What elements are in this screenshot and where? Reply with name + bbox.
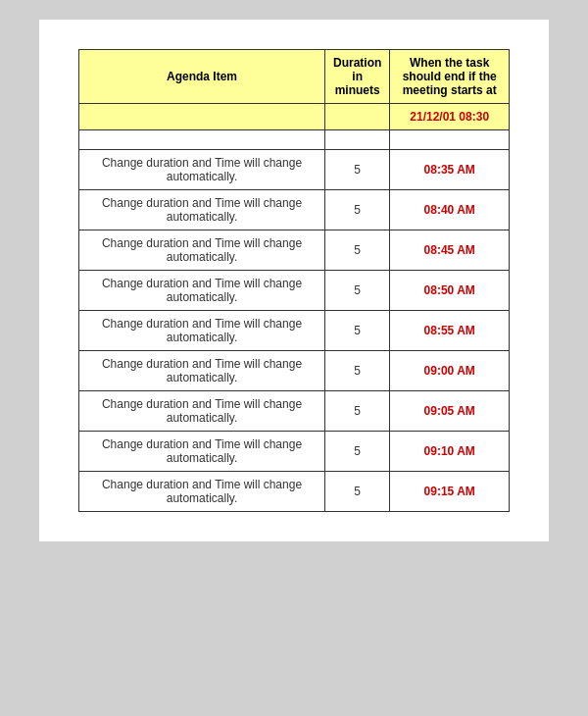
col-header-duration: Duration in minuets xyxy=(325,50,390,104)
agenda-cell: Change duration and Time will change aut… xyxy=(79,311,325,351)
table-row: Change duration and Time will change aut… xyxy=(79,311,510,351)
table-row: Change duration and Time will change aut… xyxy=(79,190,510,230)
date-row: 21/12/01 08:30 xyxy=(79,104,510,130)
agenda-cell: Change duration and Time will change aut… xyxy=(79,230,325,271)
duration-cell: 5 xyxy=(325,190,390,230)
table-row: Change duration and Time will change aut… xyxy=(79,230,510,271)
agenda-cell: Change duration and Time will change aut… xyxy=(79,351,325,391)
duration-cell: 5 xyxy=(325,391,390,432)
time-cell: 09:10 AM xyxy=(390,432,510,472)
duration-cell: 5 xyxy=(325,432,390,472)
page: Agenda Item Duration in minuets When the… xyxy=(39,20,549,541)
table-row: Change duration and Time will change aut… xyxy=(79,432,510,472)
header-row: Agenda Item Duration in minuets When the… xyxy=(79,50,510,104)
empty-row xyxy=(79,130,510,150)
date-duration-cell xyxy=(325,104,390,130)
time-cell: 09:05 AM xyxy=(390,391,510,432)
table-row: Change duration and Time will change aut… xyxy=(79,391,510,432)
agenda-table: Agenda Item Duration in minuets When the… xyxy=(78,49,510,512)
col-header-endtime: When the task should end if the meeting … xyxy=(390,50,510,104)
duration-cell: 5 xyxy=(325,230,390,271)
agenda-cell: Change duration and Time will change aut… xyxy=(79,472,325,512)
agenda-cell: Change duration and Time will change aut… xyxy=(79,190,325,230)
agenda-cell: Change duration and Time will change aut… xyxy=(79,271,325,311)
time-cell: 08:40 AM xyxy=(390,190,510,230)
table-row: Change duration and Time will change aut… xyxy=(79,150,510,190)
duration-cell: 5 xyxy=(325,472,390,512)
time-cell: 08:50 AM xyxy=(390,271,510,311)
time-cell: 08:55 AM xyxy=(390,311,510,351)
agenda-cell: Change duration and Time will change aut… xyxy=(79,432,325,472)
duration-cell: 5 xyxy=(325,150,390,190)
time-cell: 08:45 AM xyxy=(390,230,510,271)
duration-cell: 5 xyxy=(325,351,390,391)
start-date-cell: 21/12/01 08:30 xyxy=(390,104,510,130)
agenda-cell: Change duration and Time will change aut… xyxy=(79,391,325,432)
table-row: Change duration and Time will change aut… xyxy=(79,351,510,391)
duration-cell: 5 xyxy=(325,271,390,311)
duration-cell: 5 xyxy=(325,311,390,351)
time-cell: 08:35 AM xyxy=(390,150,510,190)
col-header-agenda: Agenda Item xyxy=(79,50,325,104)
date-agenda-cell xyxy=(79,104,325,130)
time-cell: 09:00 AM xyxy=(390,351,510,391)
time-cell: 09:15 AM xyxy=(390,472,510,512)
table-row: Change duration and Time will change aut… xyxy=(79,271,510,311)
table-row: Change duration and Time will change aut… xyxy=(79,472,510,512)
agenda-cell: Change duration and Time will change aut… xyxy=(79,150,325,190)
